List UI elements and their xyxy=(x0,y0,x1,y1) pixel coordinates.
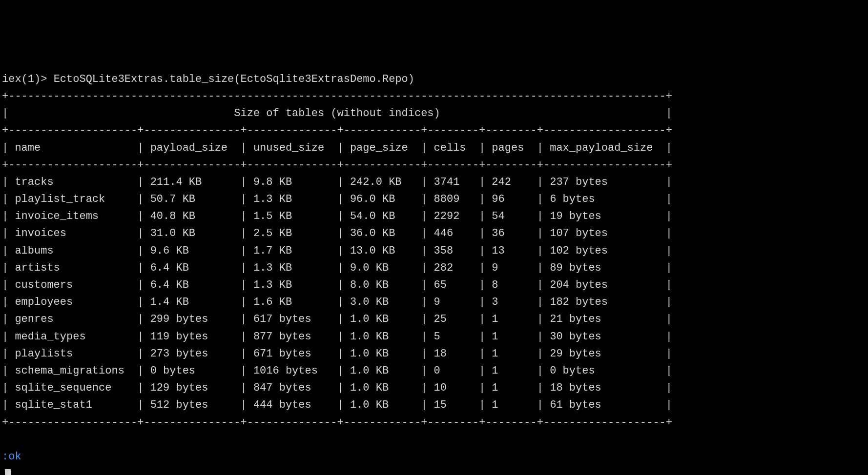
command-text: EctoSQLite3Extras.table_size(EctoSqlite3… xyxy=(54,73,414,85)
result-atom: :ok xyxy=(2,451,21,463)
iex-prompt: iex(1)> xyxy=(2,73,54,85)
cursor xyxy=(5,469,11,475)
ascii-table: +---------------------------------------… xyxy=(2,90,672,429)
terminal-output: iex(1)> EctoSQLite3Extras.table_size(Ect… xyxy=(2,71,866,475)
